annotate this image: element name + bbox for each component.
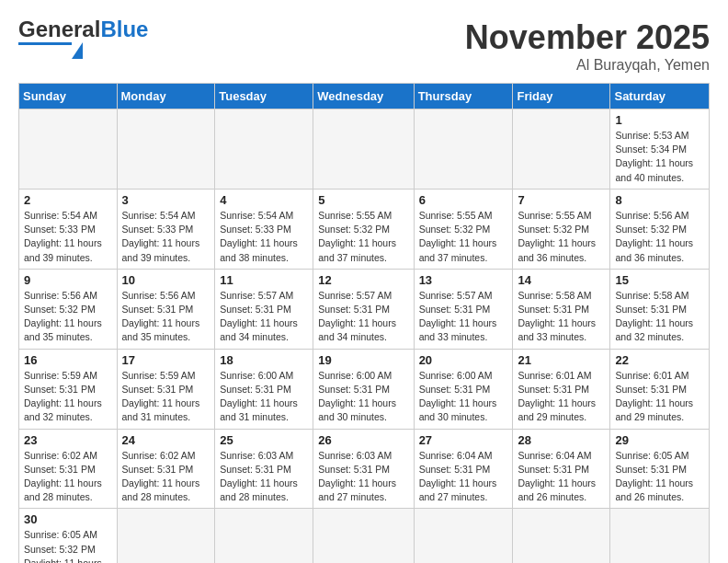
day-info: Sunrise: 5:55 AM Sunset: 5:32 PM Dayligh… xyxy=(518,209,605,265)
logo-triangle xyxy=(72,42,83,59)
day-info: Sunrise: 5:59 AM Sunset: 5:31 PM Dayligh… xyxy=(122,369,210,425)
calendar-cell xyxy=(117,109,215,190)
weekday-header-row: SundayMondayTuesdayWednesdayThursdayFrid… xyxy=(19,84,710,109)
day-info: Sunrise: 6:05 AM Sunset: 5:31 PM Dayligh… xyxy=(615,449,704,505)
calendar-cell xyxy=(414,509,513,563)
calendar-cell: 21Sunrise: 6:01 AM Sunset: 5:31 PM Dayli… xyxy=(513,349,610,429)
day-info: Sunrise: 5:56 AM Sunset: 5:32 PM Dayligh… xyxy=(24,289,112,345)
title-section: November 2025 Al Burayqah, Yemen xyxy=(465,18,710,74)
calendar-cell xyxy=(513,509,610,563)
calendar-cell: 1Sunrise: 5:53 AM Sunset: 5:34 PM Daylig… xyxy=(610,109,710,190)
calendar-cell: 4Sunrise: 5:54 AM Sunset: 5:33 PM Daylig… xyxy=(215,189,313,269)
day-number: 27 xyxy=(419,433,508,447)
day-info: Sunrise: 5:56 AM Sunset: 5:31 PM Dayligh… xyxy=(122,289,210,345)
logo: GeneralBlue xyxy=(18,18,148,59)
calendar-table: SundayMondayTuesdayWednesdayThursdayFrid… xyxy=(18,83,710,563)
calendar-cell: 27Sunrise: 6:04 AM Sunset: 5:31 PM Dayli… xyxy=(414,429,513,509)
day-info: Sunrise: 6:01 AM Sunset: 5:31 PM Dayligh… xyxy=(518,369,605,425)
calendar-row: 23Sunrise: 6:02 AM Sunset: 5:31 PM Dayli… xyxy=(19,429,710,509)
day-number: 13 xyxy=(419,273,508,287)
day-info: Sunrise: 6:03 AM Sunset: 5:31 PM Dayligh… xyxy=(220,449,308,505)
day-info: Sunrise: 6:00 AM Sunset: 5:31 PM Dayligh… xyxy=(318,369,408,425)
calendar-cell xyxy=(313,509,414,563)
day-number: 24 xyxy=(122,433,210,447)
weekday-thursday: Thursday xyxy=(414,84,513,109)
day-number: 23 xyxy=(24,433,112,447)
day-info: Sunrise: 5:59 AM Sunset: 5:31 PM Dayligh… xyxy=(24,369,112,425)
day-info: Sunrise: 6:02 AM Sunset: 5:31 PM Dayligh… xyxy=(122,449,210,505)
location: Al Burayqah, Yemen xyxy=(465,57,710,74)
calendar-row: 1Sunrise: 5:53 AM Sunset: 5:34 PM Daylig… xyxy=(19,109,710,190)
day-number: 25 xyxy=(220,433,308,447)
weekday-monday: Monday xyxy=(117,84,215,109)
calendar-cell: 24Sunrise: 6:02 AM Sunset: 5:31 PM Dayli… xyxy=(117,429,215,509)
day-info: Sunrise: 5:57 AM Sunset: 5:31 PM Dayligh… xyxy=(318,289,408,345)
day-number: 10 xyxy=(122,273,210,287)
calendar-cell: 10Sunrise: 5:56 AM Sunset: 5:31 PM Dayli… xyxy=(117,269,215,349)
day-info: Sunrise: 5:54 AM Sunset: 5:33 PM Dayligh… xyxy=(122,209,210,265)
day-info: Sunrise: 5:57 AM Sunset: 5:31 PM Dayligh… xyxy=(220,289,308,345)
calendar-row: 16Sunrise: 5:59 AM Sunset: 5:31 PM Dayli… xyxy=(19,349,710,429)
day-number: 4 xyxy=(220,193,308,207)
day-number: 7 xyxy=(518,193,605,207)
day-number: 28 xyxy=(518,433,605,447)
day-number: 2 xyxy=(24,193,112,207)
calendar-cell: 9Sunrise: 5:56 AM Sunset: 5:32 PM Daylig… xyxy=(19,269,118,349)
day-info: Sunrise: 6:02 AM Sunset: 5:31 PM Dayligh… xyxy=(24,449,112,505)
day-number: 17 xyxy=(122,353,210,367)
calendar-cell: 25Sunrise: 6:03 AM Sunset: 5:31 PM Dayli… xyxy=(215,429,313,509)
day-number: 8 xyxy=(615,193,704,207)
day-number: 26 xyxy=(318,433,408,447)
weekday-saturday: Saturday xyxy=(610,84,710,109)
calendar-cell: 26Sunrise: 6:03 AM Sunset: 5:31 PM Dayli… xyxy=(313,429,414,509)
calendar-cell: 17Sunrise: 5:59 AM Sunset: 5:31 PM Dayli… xyxy=(117,349,215,429)
calendar-cell: 6Sunrise: 5:55 AM Sunset: 5:32 PM Daylig… xyxy=(414,189,513,269)
day-number: 1 xyxy=(615,113,704,127)
day-info: Sunrise: 5:58 AM Sunset: 5:31 PM Dayligh… xyxy=(518,289,605,345)
calendar-cell: 16Sunrise: 5:59 AM Sunset: 5:31 PM Dayli… xyxy=(19,349,118,429)
calendar-cell: 12Sunrise: 5:57 AM Sunset: 5:31 PM Dayli… xyxy=(313,269,414,349)
calendar-cell: 18Sunrise: 6:00 AM Sunset: 5:31 PM Dayli… xyxy=(215,349,313,429)
day-number: 3 xyxy=(122,193,210,207)
calendar-cell xyxy=(610,509,710,563)
calendar-cell: 15Sunrise: 5:58 AM Sunset: 5:31 PM Dayli… xyxy=(610,269,710,349)
calendar-cell: 2Sunrise: 5:54 AM Sunset: 5:33 PM Daylig… xyxy=(19,189,118,269)
day-info: Sunrise: 5:56 AM Sunset: 5:32 PM Dayligh… xyxy=(615,209,704,265)
calendar-cell xyxy=(117,509,215,563)
calendar-cell: 30Sunrise: 6:05 AM Sunset: 5:32 PM Dayli… xyxy=(19,509,118,563)
day-number: 30 xyxy=(24,512,112,526)
day-info: Sunrise: 5:55 AM Sunset: 5:32 PM Dayligh… xyxy=(419,209,508,265)
weekday-tuesday: Tuesday xyxy=(215,84,313,109)
calendar-cell: 5Sunrise: 5:55 AM Sunset: 5:32 PM Daylig… xyxy=(313,189,414,269)
day-number: 21 xyxy=(518,353,605,367)
day-number: 18 xyxy=(220,353,308,367)
day-number: 6 xyxy=(419,193,508,207)
day-number: 11 xyxy=(220,273,308,287)
day-info: Sunrise: 5:55 AM Sunset: 5:32 PM Dayligh… xyxy=(318,209,408,265)
day-number: 15 xyxy=(615,273,704,287)
calendar-cell xyxy=(414,109,513,190)
calendar-row: 2Sunrise: 5:54 AM Sunset: 5:33 PM Daylig… xyxy=(19,189,710,269)
day-info: Sunrise: 5:58 AM Sunset: 5:31 PM Dayligh… xyxy=(615,289,704,345)
calendar-cell: 22Sunrise: 6:01 AM Sunset: 5:31 PM Dayli… xyxy=(610,349,710,429)
calendar-cell xyxy=(215,109,313,190)
page-header: GeneralBlue November 2025 Al Burayqah, Y… xyxy=(18,18,710,74)
calendar-cell: 28Sunrise: 6:04 AM Sunset: 5:31 PM Dayli… xyxy=(513,429,610,509)
calendar-cell: 14Sunrise: 5:58 AM Sunset: 5:31 PM Dayli… xyxy=(513,269,610,349)
calendar-cell: 3Sunrise: 5:54 AM Sunset: 5:33 PM Daylig… xyxy=(117,189,215,269)
calendar-cell: 7Sunrise: 5:55 AM Sunset: 5:32 PM Daylig… xyxy=(513,189,610,269)
day-number: 16 xyxy=(24,353,112,367)
day-info: Sunrise: 6:05 AM Sunset: 5:32 PM Dayligh… xyxy=(24,528,112,563)
calendar-cell: 11Sunrise: 5:57 AM Sunset: 5:31 PM Dayli… xyxy=(215,269,313,349)
calendar-cell: 20Sunrise: 6:00 AM Sunset: 5:31 PM Dayli… xyxy=(414,349,513,429)
weekday-friday: Friday xyxy=(513,84,610,109)
day-number: 29 xyxy=(615,433,704,447)
day-number: 9 xyxy=(24,273,112,287)
day-number: 14 xyxy=(518,273,605,287)
calendar-cell xyxy=(215,509,313,563)
calendar-cell: 19Sunrise: 6:00 AM Sunset: 5:31 PM Dayli… xyxy=(313,349,414,429)
day-number: 22 xyxy=(615,353,704,367)
logo-line xyxy=(18,42,72,45)
month-title: November 2025 xyxy=(465,18,710,57)
day-info: Sunrise: 6:04 AM Sunset: 5:31 PM Dayligh… xyxy=(518,449,605,505)
